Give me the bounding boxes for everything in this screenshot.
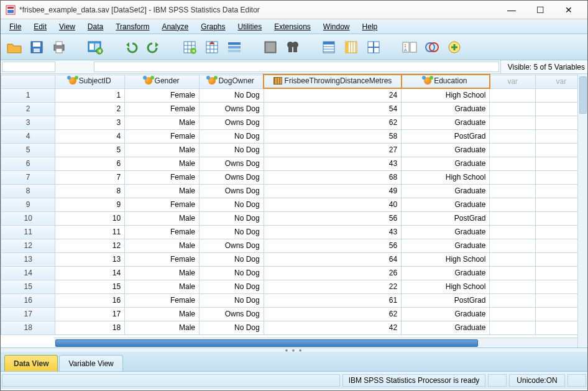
cell-gender[interactable]: Female [125,129,200,143]
cell-subjectid[interactable]: 2 [55,102,125,116]
row-number[interactable]: 9 [1,198,55,211]
cell-education[interactable]: Graduate [402,116,490,129]
cell-value-box[interactable] [94,62,499,72]
cell-empty[interactable] [490,307,535,321]
cell-dogowner[interactable]: No Dog [200,225,264,239]
cell-subjectid[interactable]: 16 [55,293,125,307]
run-descriptives-icon[interactable] [260,37,280,57]
cell-frisbeethrowingdistancemetres[interactable]: 22 [264,280,402,293]
cell-frisbeethrowingdistancemetres[interactable]: 56 [264,211,402,225]
cell-frisbeethrowingdistancemetres[interactable]: 62 [264,116,402,129]
cell-frisbeethrowingdistancemetres[interactable]: 43 [264,157,402,170]
variables-icon[interactable] [224,37,244,57]
cell-empty[interactable] [490,170,535,184]
cell-gender[interactable]: Male [125,280,200,293]
cell-gender[interactable]: Male [125,239,200,252]
cell-gender[interactable]: Female [125,88,200,102]
cell-frisbeethrowingdistancemetres[interactable]: 24 [264,88,402,102]
cell-gender[interactable]: Female [125,293,200,307]
cell-gender[interactable]: Male [125,211,200,225]
print-icon[interactable] [49,37,69,57]
cell-subjectid[interactable]: 10 [55,211,125,225]
cell-education[interactable]: High School [402,280,490,293]
cell-gender[interactable]: Female [125,102,200,116]
goto-variable-icon[interactable] [202,37,222,57]
undo-icon[interactable] [121,37,141,57]
cell-empty[interactable] [490,88,535,102]
use-sets-icon[interactable] [422,37,442,57]
column-header-gender[interactable]: Gender [125,75,200,88]
cell-subjectid[interactable]: 7 [55,170,125,184]
cell-subjectid[interactable]: 1 [55,88,125,102]
value-labels-icon[interactable]: 1A [400,37,420,57]
cell-gender[interactable]: Male [125,307,200,321]
row-number[interactable]: 16 [1,293,55,307]
cell-dogowner[interactable]: Owns Dog [200,157,264,170]
cell-dogowner[interactable]: Owns Dog [200,116,264,129]
close-button[interactable]: ✕ [555,3,582,17]
cell-education[interactable]: Graduate [402,184,490,198]
cell-dogowner[interactable]: No Dog [200,129,264,143]
menu-extensions[interactable]: Extensions [268,21,317,33]
cell-dogowner[interactable]: Owns Dog [200,170,264,184]
split-file-icon[interactable] [364,37,384,57]
cell-gender[interactable]: Male [125,143,200,157]
cell-dogowner[interactable]: No Dog [200,198,264,211]
cell-gender[interactable]: Female [125,225,200,239]
insert-cases-icon[interactable] [319,37,339,57]
cell-education[interactable]: Graduate [402,102,490,116]
cell-education[interactable]: PostGrad [402,129,490,143]
cell-subjectid[interactable]: 5 [55,143,125,157]
cell-empty[interactable] [490,225,535,239]
cell-education[interactable]: Graduate [402,157,490,170]
cell-subjectid[interactable]: 8 [55,184,125,198]
cell-gender[interactable]: Female [125,252,200,266]
menu-view[interactable]: View [53,21,81,33]
cell-education[interactable]: High School [402,170,490,184]
cell-frisbeethrowingdistancemetres[interactable]: 27 [264,143,402,157]
cell-gender[interactable]: Male [125,184,200,198]
cell-empty[interactable] [490,239,535,252]
cell-empty[interactable] [490,280,535,293]
row-number[interactable]: 4 [1,129,55,143]
cell-frisbeethrowingdistancemetres[interactable]: 62 [264,307,402,321]
cell-frisbeethrowingdistancemetres[interactable]: 42 [264,321,402,334]
column-header-frisbeethrowingdistancemetres[interactable]: FrisbeeThrowingDistanceMetres [264,75,402,88]
cell-empty[interactable] [490,266,535,280]
cell-subjectid[interactable]: 14 [55,266,125,280]
cell-subjectid[interactable]: 9 [55,198,125,211]
cell-dogowner[interactable]: No Dog [200,266,264,280]
cell-empty[interactable] [490,321,535,334]
tab-variable-view[interactable]: Variable View [59,355,122,371]
cell-education[interactable]: Graduate [402,239,490,252]
row-number[interactable]: 5 [1,143,55,157]
row-number[interactable]: 13 [1,252,55,266]
column-header-subjectid[interactable]: SubjectID [55,75,125,88]
cell-gender[interactable]: Male [125,116,200,129]
cell-subjectid[interactable]: 4 [55,129,125,143]
menu-data[interactable]: Data [81,21,109,33]
cell-gender[interactable]: Male [125,157,200,170]
tab-data-view[interactable]: Data View [4,355,58,371]
cell-subjectid[interactable]: 13 [55,252,125,266]
find-icon[interactable] [283,37,303,57]
row-number[interactable]: 8 [1,184,55,198]
show-all-variables-icon[interactable] [444,37,464,57]
cell-education[interactable]: PostGrad [402,211,490,225]
menu-utilities[interactable]: Utilities [231,21,268,33]
cell-gender[interactable]: Female [125,170,200,184]
cell-frisbeethrowingdistancemetres[interactable]: 68 [264,170,402,184]
maximize-button[interactable]: ☐ [526,3,554,17]
cell-subjectid[interactable]: 3 [55,116,125,129]
cell-dogowner[interactable]: No Dog [200,211,264,225]
redo-icon[interactable] [144,37,163,57]
cell-education[interactable]: High School [402,88,490,102]
cell-subjectid[interactable]: 18 [55,321,125,334]
row-number[interactable]: 18 [1,321,55,334]
cell-empty[interactable] [490,129,535,143]
menu-window[interactable]: Window [317,21,356,33]
row-number[interactable]: 15 [1,280,55,293]
cell-empty[interactable] [490,252,535,266]
horizontal-scrollbar[interactable] [54,338,577,347]
cell-frisbeethrowingdistancemetres[interactable]: 43 [264,225,402,239]
